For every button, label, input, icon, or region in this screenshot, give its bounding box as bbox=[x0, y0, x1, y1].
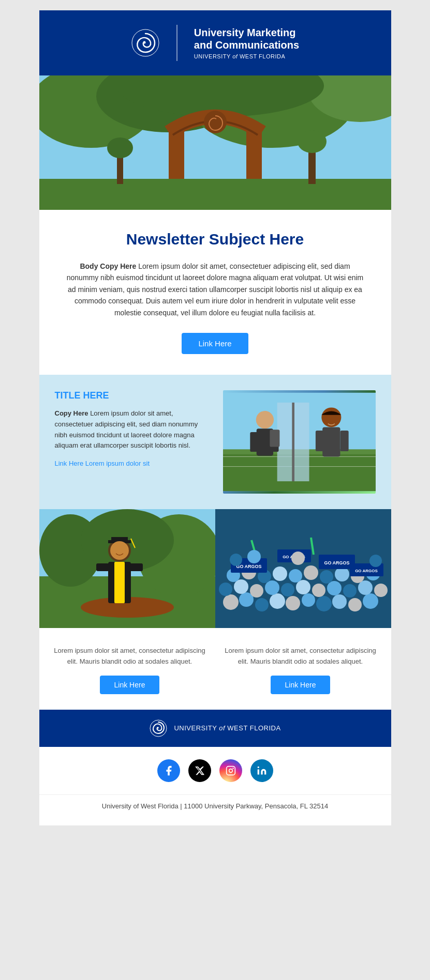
footer-address-text: University of West Florida | 11000 Unive… bbox=[102, 802, 328, 810]
linkedin-icon bbox=[257, 765, 267, 776]
footer-logo-text: UNIVERSITY of WEST FLORIDA bbox=[174, 724, 280, 732]
twitter-x-button[interactable] bbox=[188, 759, 211, 782]
svg-point-1 bbox=[143, 41, 145, 44]
svg-point-64 bbox=[296, 580, 310, 594]
svg-rect-21 bbox=[292, 403, 294, 481]
body-copy: Body Copy Here Lorem ipsum dolor sit ame… bbox=[65, 261, 365, 318]
svg-point-67 bbox=[343, 584, 357, 598]
cards-section: Lorem ipsum dolor sit amet, consectetur … bbox=[39, 628, 391, 710]
svg-point-47 bbox=[110, 541, 129, 560]
svg-point-49 bbox=[223, 594, 239, 610]
svg-point-56 bbox=[332, 594, 347, 609]
header-divider bbox=[176, 25, 177, 61]
header-line3: UNIVERSITY of WEST FLORIDA bbox=[194, 53, 299, 59]
svg-point-98 bbox=[232, 768, 234, 769]
uwf-logo-icon bbox=[131, 28, 160, 57]
blue-section-copy: Copy Here Lorem ipsum dolor sit amet, co… bbox=[55, 408, 207, 451]
header-logo: University Marketing and Communications … bbox=[131, 25, 299, 61]
card-2-button[interactable]: Link Here bbox=[271, 676, 331, 694]
footer-university-suffix: WEST FLORIDA bbox=[227, 724, 280, 732]
instagram-icon bbox=[226, 765, 236, 776]
col-left-svg bbox=[39, 509, 215, 628]
cards-row: Lorem ipsum dolor sit amet, consectetur … bbox=[50, 638, 381, 694]
svg-point-53 bbox=[286, 596, 300, 610]
svg-text:GO ARGOS: GO ARGOS bbox=[324, 560, 349, 565]
blue-copy-bold: Copy Here bbox=[55, 409, 88, 417]
svg-rect-96 bbox=[226, 766, 235, 775]
blue-section-image bbox=[223, 390, 376, 494]
svg-point-100 bbox=[257, 766, 259, 768]
svg-rect-26 bbox=[250, 432, 258, 452]
body-section: Newsletter Subject Here Body Copy Here L… bbox=[39, 210, 391, 375]
newsletter-subject: Newsletter Subject Here bbox=[65, 231, 365, 248]
svg-point-58 bbox=[363, 593, 378, 609]
svg-point-51 bbox=[255, 598, 269, 611]
svg-rect-46 bbox=[130, 563, 143, 571]
svg-rect-99 bbox=[257, 769, 259, 774]
blue-section-right bbox=[223, 390, 376, 494]
social-section bbox=[39, 747, 391, 794]
svg-rect-14 bbox=[308, 148, 316, 184]
header-west-florida: WEST FLORIDA bbox=[240, 53, 285, 59]
svg-rect-11 bbox=[39, 179, 391, 210]
email-container: University Marketing and Communications … bbox=[39, 10, 391, 825]
svg-rect-44 bbox=[114, 562, 125, 603]
footer-blue-bar: UNIVERSITY of WEST FLORIDA bbox=[39, 710, 391, 747]
svg-point-66 bbox=[327, 581, 342, 595]
svg-point-61 bbox=[250, 584, 263, 598]
hero-image bbox=[39, 75, 391, 210]
blue-section-left: TITLE HERE Copy Here Lorem ipsum dolor s… bbox=[55, 390, 213, 468]
svg-rect-45 bbox=[96, 563, 109, 571]
instagram-button[interactable] bbox=[219, 759, 242, 782]
body-copy-bold: Body Copy Here bbox=[80, 262, 136, 270]
card-1-button[interactable]: Link Here bbox=[100, 676, 160, 694]
svg-point-29 bbox=[321, 407, 341, 427]
svg-rect-28 bbox=[270, 430, 279, 447]
card-2-text: Lorem ipsum dolor sit amet, consectetur … bbox=[220, 646, 381, 667]
linkedin-button[interactable] bbox=[250, 759, 273, 782]
svg-rect-32 bbox=[340, 431, 348, 451]
svg-point-65 bbox=[312, 584, 325, 597]
blue-section-link[interactable]: Link Here Lorem ipsum dolor sit bbox=[55, 460, 150, 467]
svg-point-75 bbox=[304, 565, 318, 580]
two-col-images: GO ARGOS GO ARGOS GO ARGOS GO ARGOS bbox=[39, 509, 391, 628]
svg-text:GO ARGOS: GO ARGOS bbox=[236, 564, 261, 569]
header-of: of bbox=[232, 53, 238, 59]
svg-rect-23 bbox=[294, 403, 309, 481]
svg-point-91 bbox=[247, 550, 261, 563]
card-1-text: Lorem ipsum dolor sit amet, consectetur … bbox=[50, 646, 210, 667]
svg-rect-31 bbox=[315, 431, 323, 451]
card-1: Lorem ipsum dolor sit amet, consectetur … bbox=[50, 638, 210, 694]
svg-point-57 bbox=[348, 598, 362, 611]
svg-point-15 bbox=[298, 130, 327, 153]
card-2: Lorem ipsum dolor sit amet, consectetur … bbox=[220, 638, 381, 694]
svg-text:GO ARGOS: GO ARGOS bbox=[355, 569, 378, 573]
header-line1: University Marketing bbox=[194, 26, 299, 39]
x-twitter-icon bbox=[195, 765, 205, 776]
svg-point-59 bbox=[219, 583, 232, 596]
blue-section-title: TITLE HERE bbox=[55, 390, 207, 401]
svg-point-92 bbox=[291, 552, 305, 565]
header-line2: and Communications bbox=[194, 39, 299, 51]
facebook-button[interactable] bbox=[157, 759, 180, 782]
svg-point-13 bbox=[107, 137, 133, 158]
footer-logo-icon bbox=[149, 719, 168, 738]
svg-point-68 bbox=[358, 580, 373, 595]
col-image-right: GO ARGOS GO ARGOS GO ARGOS GO ARGOS bbox=[215, 509, 391, 628]
col-right-svg: GO ARGOS GO ARGOS GO ARGOS GO ARGOS bbox=[215, 509, 391, 628]
svg-point-54 bbox=[302, 593, 315, 607]
svg-point-24 bbox=[256, 411, 273, 428]
hero-svg bbox=[39, 75, 391, 210]
header-text-block: University Marketing and Communications … bbox=[194, 26, 299, 59]
footer-address: University of West Florida | 11000 Unive… bbox=[39, 794, 391, 825]
svg-point-97 bbox=[229, 769, 232, 772]
link-here-button[interactable]: Link Here bbox=[182, 333, 248, 354]
svg-point-63 bbox=[281, 583, 294, 596]
footer-university-prefix: UNIVERSITY bbox=[174, 724, 217, 732]
svg-point-52 bbox=[270, 593, 285, 609]
footer-university-of: of bbox=[219, 724, 225, 732]
svg-point-62 bbox=[265, 580, 279, 595]
header-university: UNIVERSITY bbox=[194, 53, 231, 59]
svg-point-95 bbox=[157, 727, 159, 729]
facebook-icon bbox=[163, 765, 174, 776]
